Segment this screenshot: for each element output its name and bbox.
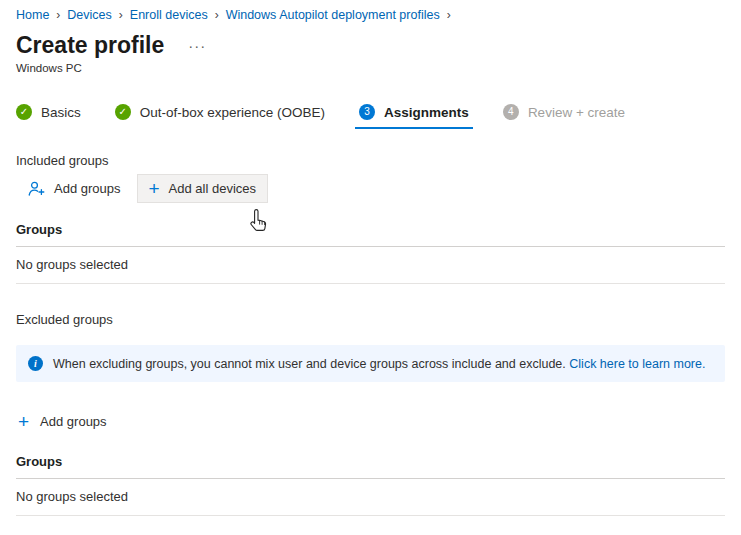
- plus-icon: +: [18, 415, 29, 428]
- included-groups-toolbar: Add groups + Add all devices: [16, 174, 725, 203]
- more-menu-button[interactable]: ···: [184, 39, 210, 53]
- page-subtitle: Windows PC: [16, 62, 725, 74]
- check-icon: ✓: [16, 104, 32, 120]
- excluded-groups-table: Groups No groups selected: [16, 445, 725, 516]
- groups-column-header: Groups: [16, 445, 725, 479]
- plus-icon: +: [149, 182, 160, 195]
- tab-assignments[interactable]: 3 Assignments: [359, 104, 469, 129]
- empty-groups-row: No groups selected: [16, 479, 725, 516]
- wizard-steps: ✓ Basics ✓ Out-of-box experience (OOBE) …: [16, 104, 725, 129]
- info-icon: i: [28, 356, 43, 371]
- included-groups-table: Groups No groups selected: [16, 213, 725, 284]
- tab-basics[interactable]: ✓ Basics: [16, 104, 81, 129]
- add-all-devices-button[interactable]: + Add all devices: [137, 174, 269, 203]
- create-profile-page: Home › Devices › Enroll devices › Window…: [0, 0, 741, 535]
- breadcrumb-link-autopilot-profiles[interactable]: Windows Autopilot deployment profiles: [226, 8, 440, 22]
- tab-basics-label: Basics: [41, 105, 81, 120]
- page-title: Create profile: [16, 32, 164, 59]
- info-message: When excluding groups, you cannot mix us…: [53, 357, 705, 371]
- breadcrumb-chevron-icon: ›: [56, 8, 60, 22]
- tab-review-create[interactable]: 4 Review + create: [503, 104, 625, 129]
- breadcrumb: Home › Devices › Enroll devices › Window…: [16, 8, 725, 22]
- breadcrumb-chevron-icon: ›: [447, 8, 451, 22]
- groups-column-header: Groups: [16, 213, 725, 247]
- tab-assignments-label: Assignments: [384, 105, 469, 120]
- breadcrumb-link-devices[interactable]: Devices: [67, 8, 111, 22]
- excluded-groups-title: Excluded groups: [16, 312, 725, 327]
- breadcrumb-chevron-icon: ›: [215, 8, 219, 22]
- tab-oobe[interactable]: ✓ Out-of-box experience (OOBE): [115, 104, 325, 129]
- excluded-add-groups-button[interactable]: + Add groups: [16, 408, 109, 435]
- title-row: Create profile ···: [16, 32, 725, 59]
- step-number-icon: 4: [503, 104, 519, 120]
- included-groups-title: Included groups: [16, 153, 725, 168]
- person-add-icon: [28, 181, 45, 196]
- info-banner: i When excluding groups, you cannot mix …: [16, 345, 725, 382]
- add-groups-label: Add groups: [54, 181, 121, 196]
- add-groups-button[interactable]: Add groups: [16, 174, 133, 203]
- breadcrumb-link-enroll-devices[interactable]: Enroll devices: [130, 8, 208, 22]
- add-all-devices-label: Add all devices: [169, 181, 256, 196]
- step-number-icon: 3: [359, 104, 375, 120]
- excluded-add-groups-label: Add groups: [40, 414, 107, 429]
- breadcrumb-chevron-icon: ›: [119, 8, 123, 22]
- empty-groups-row: No groups selected: [16, 247, 725, 284]
- tab-review-create-label: Review + create: [528, 105, 625, 120]
- info-message-text: When excluding groups, you cannot mix us…: [53, 357, 566, 371]
- breadcrumb-link-home[interactable]: Home: [16, 8, 49, 22]
- learn-more-link[interactable]: Click here to learn more.: [569, 357, 705, 371]
- check-icon: ✓: [115, 104, 131, 120]
- tab-oobe-label: Out-of-box experience (OOBE): [140, 105, 325, 120]
